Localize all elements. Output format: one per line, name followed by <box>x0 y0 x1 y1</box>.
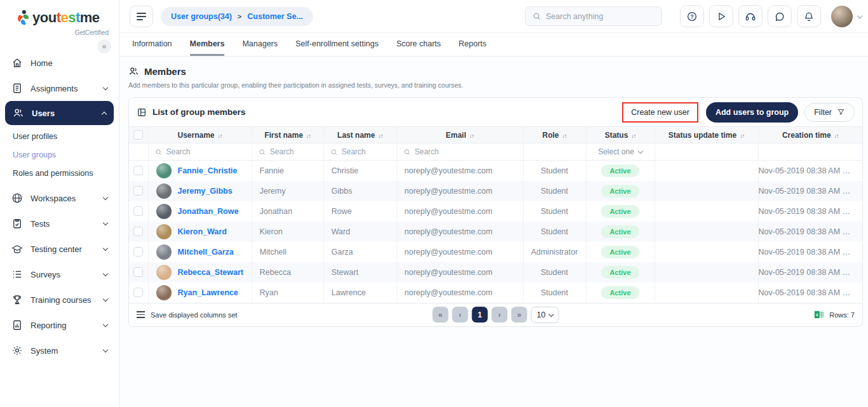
sort-icon[interactable]: ↓↑ <box>834 133 839 139</box>
breadcrumb-user-groups[interactable]: User groups(34) <box>171 12 232 21</box>
row-checkbox[interactable] <box>133 206 143 216</box>
sidebar-item-reporting[interactable]: Reporting <box>0 312 119 338</box>
tab-self-enrollment-settings[interactable]: Self-enrollment settings <box>295 33 379 56</box>
filter-empty <box>654 143 758 161</box>
last-page-button[interactable]: » <box>512 307 527 323</box>
menu-toggle-button[interactable] <box>130 6 153 27</box>
status-badge: Active <box>601 266 639 279</box>
avatar <box>156 183 172 199</box>
email-cell: noreply@youtestme.com <box>397 242 523 262</box>
username-link[interactable]: Jeremy_Gibbs <box>178 187 233 196</box>
username-link[interactable]: Fannie_Christie <box>178 166 238 175</box>
sidebar-item-system[interactable]: System <box>0 338 119 363</box>
sort-icon[interactable]: ↓↑ <box>218 133 222 139</box>
sidebar-nav: HomeAssignmentsUsersUser profilesUser gr… <box>0 50 119 407</box>
row-checkbox[interactable] <box>133 288 143 297</box>
filter-search-input-first-name[interactable]: Search <box>252 147 323 156</box>
sidebar-item-testing-center[interactable]: Testing center <box>0 236 119 262</box>
tutorials-button[interactable] <box>709 5 733 27</box>
column-header-first-name[interactable]: First name↓↑ <box>252 127 323 143</box>
system-icon <box>11 345 23 356</box>
row-checkbox[interactable] <box>133 247 143 257</box>
status-update-time-cell <box>654 161 758 181</box>
chevron-down-icon <box>103 220 108 225</box>
sidebar-item-label: Testing center <box>31 244 96 254</box>
sort-icon[interactable]: ↓↑ <box>470 133 474 139</box>
filter-button[interactable]: Filter <box>804 103 855 122</box>
column-header-status[interactable]: Status↓↑ <box>586 127 654 143</box>
user-avatar[interactable] <box>831 6 853 27</box>
sort-icon[interactable]: ↓↑ <box>562 133 567 139</box>
filter-search-input-email[interactable]: Search <box>397 147 523 156</box>
chevron-down-icon <box>103 296 108 301</box>
column-header-role[interactable]: Role↓↑ <box>523 127 586 143</box>
add-users-to-group-button[interactable]: Add users to group <box>706 102 798 123</box>
column-header-email[interactable]: Email↓↑ <box>397 127 523 143</box>
breadcrumb-current-group[interactable]: Customer Se... <box>247 12 303 21</box>
sidebar-item-workspaces[interactable]: Workspaces <box>0 185 119 211</box>
status-filter-select[interactable]: Select one <box>587 147 654 156</box>
previous-page-button[interactable]: ‹ <box>452 307 468 323</box>
sidebar-item-assignments[interactable]: Assignments <box>0 76 119 101</box>
tab-information[interactable]: Information <box>132 33 172 56</box>
sort-icon[interactable]: ↓↑ <box>306 133 311 139</box>
save-columns-button[interactable]: Save displayed columns set <box>137 311 237 319</box>
status-cell: Active <box>586 161 654 181</box>
email-cell: noreply@youtestme.com <box>397 201 523 222</box>
username-link[interactable]: Jonathan_Rowe <box>178 207 239 216</box>
row-checkbox[interactable] <box>133 186 143 196</box>
username-link[interactable]: Mitchell_Garza <box>178 248 234 257</box>
username-link[interactable]: Kieron_Ward <box>178 227 227 236</box>
excel-export-icon[interactable]: x <box>813 309 824 320</box>
current-page-button[interactable]: 1 <box>472 307 488 323</box>
last-name-cell: Lawrence <box>323 283 397 303</box>
card-title: List of group members <box>153 107 245 117</box>
tab-score-charts[interactable]: Score charts <box>397 33 441 56</box>
sidebar-subitem-user-groups[interactable]: User groups <box>0 145 119 164</box>
page-size-select[interactable]: 10 <box>531 307 559 323</box>
tab-members[interactable]: Members <box>190 33 225 56</box>
column-header-creation-time[interactable]: Creation time↓↑ <box>758 127 862 143</box>
row-select-cell <box>129 262 148 283</box>
sidebar-subitem-user-profiles[interactable]: User profiles <box>0 127 119 145</box>
sidebar-item-home[interactable]: Home <box>0 50 119 76</box>
notifications-button[interactable] <box>797 5 821 27</box>
email-cell: noreply@youtestme.com <box>397 161 523 181</box>
username-link[interactable]: Rebecca_Stewart <box>178 268 244 277</box>
search-input[interactable] <box>546 12 654 21</box>
sidebar-collapse-button[interactable]: « <box>97 39 111 53</box>
rows-count: Rows: 7 <box>829 311 855 319</box>
sort-icon[interactable]: ↓↑ <box>631 133 635 139</box>
sidebar-subitem-roles-and-permissions[interactable]: Roles and permissions <box>0 164 119 182</box>
row-checkbox[interactable] <box>133 227 143 236</box>
column-header-username[interactable]: Username↓↑ <box>148 127 252 143</box>
user-menu[interactable] <box>831 6 862 27</box>
column-header-last-name[interactable]: Last name↓↑ <box>323 127 397 143</box>
help-button[interactable]: ? <box>680 5 704 27</box>
sidebar-item-users[interactable]: Users <box>5 101 114 125</box>
sort-icon[interactable]: ↓↑ <box>740 133 744 139</box>
tab-managers[interactable]: Managers <box>242 33 278 56</box>
status-cell: Active <box>586 283 654 303</box>
sort-icon[interactable]: ↓↑ <box>378 133 383 139</box>
row-checkbox[interactable] <box>133 166 143 175</box>
tab-reports[interactable]: Reports <box>459 33 487 56</box>
sidebar-item-tests[interactable]: Tests <box>0 211 119 236</box>
filter-search-input-last-name[interactable]: Search <box>324 147 397 156</box>
create-new-user-button[interactable]: Create new user <box>625 105 695 120</box>
sidebar-item-training-courses[interactable]: Training courses <box>0 287 119 312</box>
username-link[interactable]: Ryan_Lawrence <box>178 288 238 297</box>
next-page-button[interactable]: › <box>492 307 508 323</box>
column-header-status-update-time[interactable]: Status update time↓↑ <box>654 127 758 143</box>
row-checkbox[interactable] <box>133 267 143 277</box>
avatar <box>156 204 172 219</box>
filter-search-input-username[interactable]: Search <box>149 147 252 156</box>
support-button[interactable] <box>738 5 763 27</box>
sidebar-item-surveys[interactable]: Surveys <box>0 262 119 287</box>
chat-button[interactable] <box>768 5 792 27</box>
avatar <box>156 163 172 178</box>
select-all-checkbox[interactable] <box>133 130 143 140</box>
breadcrumb-separator: > <box>238 13 241 20</box>
first-page-button[interactable]: « <box>433 307 449 323</box>
avatar <box>156 244 172 260</box>
